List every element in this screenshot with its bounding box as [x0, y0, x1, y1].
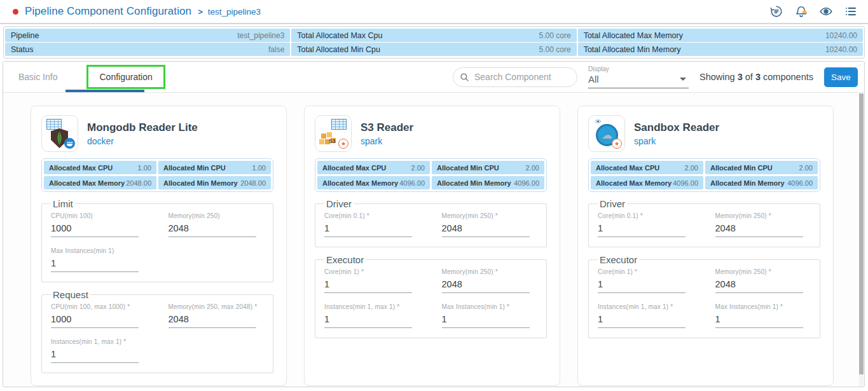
field-input[interactable]: [715, 221, 803, 237]
component-engine-link[interactable]: spark: [634, 136, 719, 146]
pipeline-summary-panel: Pipeline test_pipeline3 Total Allocated …: [3, 26, 865, 58]
docker-whale-icon: [64, 138, 75, 149]
summary-cell-value: 10240.00: [825, 31, 857, 40]
display-select-label: Display: [588, 65, 689, 72]
field-input[interactable]: [442, 221, 530, 237]
allocation-value: 1.00: [138, 164, 151, 172]
visibility-eye-icon[interactable]: [819, 4, 833, 18]
component-card: S3 ★ ☁ ★ S3 Reader: [304, 106, 560, 386]
vertical-scrollbar[interactable]: [859, 93, 864, 386]
config-field: Core(min 0.1) *: [324, 212, 420, 237]
field-label: Core(min 0.1) *: [598, 212, 694, 219]
toolbar: Basic Info Configuration Display All: [3, 62, 864, 93]
summary-cell-value: 10240.00: [825, 45, 857, 54]
allocation-value: 2.00: [799, 164, 813, 172]
page-title: Pipeline Component Configuration: [25, 5, 191, 18]
search-component-input[interactable]: [453, 67, 577, 87]
field-label: Instances(min 1, max 1) *: [51, 338, 147, 345]
allocation-value: 4096.00: [399, 179, 425, 187]
menu-list-icon[interactable]: [844, 4, 858, 18]
showing-mid: of: [745, 72, 753, 82]
config-sections: Driver Core(min 0.1) *: [588, 198, 820, 338]
summary-row: Status false Total Allocated Min Cpu 5.0…: [5, 43, 863, 56]
field-label: Memory(min 250) *: [715, 268, 811, 275]
field-input[interactable]: [598, 221, 685, 237]
field-input[interactable]: [51, 256, 139, 272]
field-input[interactable]: [169, 312, 256, 328]
allocation-cell: Allocated Max Memory 4096.00: [317, 176, 430, 189]
component-icon: S3 ★ ☁ ★: [315, 115, 352, 152]
save-button[interactable]: Save: [824, 67, 858, 87]
summary-cell-label: Total Allocated Min Memory: [584, 45, 681, 54]
field-input[interactable]: [324, 312, 412, 328]
allocation-label: Allocated Min CPU: [710, 164, 773, 172]
field-input[interactable]: [51, 312, 139, 328]
field-input[interactable]: [51, 221, 139, 237]
config-field: Memory(min 250) *: [442, 268, 538, 293]
star-badge-icon: ★: [338, 139, 348, 149]
allocation-cell: Allocated Min Memory 2048.00: [158, 176, 271, 189]
field-label: CPU(min 100): [51, 212, 147, 219]
config-field: CPU(min 100, max 1000) *: [51, 303, 147, 328]
config-field: Max Instances(min 1): [51, 247, 147, 272]
field-input[interactable]: [324, 277, 412, 293]
allocation-cell: Allocated Min CPU 1.00: [158, 161, 271, 174]
field-input[interactable]: [442, 277, 530, 293]
field-input[interactable]: [324, 221, 412, 237]
active-tab-underline: [65, 90, 144, 92]
scrollbar-thumb[interactable]: [859, 93, 864, 374]
component-card-header: S3 ★ ☁ ★ Sandbox Reader: [588, 115, 820, 152]
display-select[interactable]: Display All: [588, 65, 689, 88]
history-icon[interactable]: [769, 4, 783, 18]
component-card: S3 ★ ☁ ★ Sandbox Reader: [577, 106, 834, 386]
allocation-label: Allocated Max Memory: [596, 179, 672, 187]
summary-cell-label: Pipeline: [11, 31, 39, 40]
fields-grid: CPU(min 100) Memory(min 250): [51, 209, 264, 272]
field-input[interactable]: [715, 277, 803, 293]
header-icons: [769, 4, 858, 18]
field-label: Max Instances(min 1): [51, 247, 147, 254]
field-input[interactable]: [715, 312, 803, 328]
showing-suffix: components: [763, 72, 813, 82]
config-section-title: Request: [51, 289, 90, 300]
components-list: S3 ★ ☁ ★ Mongodb Reader Lite: [3, 93, 864, 386]
table-grid-icon: [46, 119, 62, 130]
tab-basic-info[interactable]: Basic Info: [3, 72, 72, 82]
component-card-header: S3 ★ ☁ ★ S3 Reader: [315, 115, 547, 152]
breadcrumb-pipeline-name[interactable]: test_pipeline3: [208, 7, 261, 17]
notifications-bell-icon[interactable]: [794, 4, 808, 18]
star-badge-icon: ★: [612, 139, 622, 149]
summary-cell-value: test_pipeline3: [237, 31, 284, 40]
allocation-table: Allocated Max CPU 2.00 Allocated Min CPU…: [315, 158, 547, 192]
allocation-value: 2048.00: [240, 179, 266, 187]
field-label: Core(min 1) *: [598, 268, 694, 275]
field-input[interactable]: [598, 312, 685, 328]
component-engine-link[interactable]: docker: [87, 136, 198, 146]
summary-cell-label: Total Allocated Max Cpu: [297, 31, 382, 40]
tab-configuration[interactable]: Configuration: [86, 65, 165, 89]
component-engine-link[interactable]: spark: [361, 136, 413, 146]
component-titles: S3 Reader spark: [361, 121, 413, 146]
summary-cell-label: Total Allocated Min Cpu: [297, 45, 380, 54]
allocation-value: 2.00: [685, 164, 698, 172]
field-input[interactable]: [169, 221, 256, 237]
field-input[interactable]: [442, 312, 530, 328]
component-icon: S3 ★ ☁ ★: [588, 115, 625, 152]
config-field: Memory(min 250): [169, 212, 265, 237]
breadcrumb-separator: >: [198, 7, 203, 17]
toolbar-right: Display All Showing 3 of 3 components Sa…: [453, 65, 858, 88]
field-input[interactable]: [598, 277, 685, 293]
field-label: Instances(min 1, max 1) *: [598, 303, 694, 310]
allocation-value: 4096.00: [673, 179, 698, 187]
field-input[interactable]: [51, 347, 139, 363]
allocation-label: Allocated Min Memory: [437, 179, 511, 187]
allocation-cell: Allocated Max Memory 2048.00: [44, 176, 156, 189]
app-header: Pipeline Component Configuration > test_…: [0, 0, 868, 24]
field-label: Memory(min 250) *: [442, 212, 538, 219]
allocation-label: Allocated Max CPU: [49, 164, 113, 172]
config-section: Executor Core(min 1) *: [315, 254, 547, 338]
summary-cell: Status false: [5, 43, 290, 56]
summary-cell-label: Status: [11, 45, 33, 54]
component-titles: Sandbox Reader spark: [634, 121, 719, 146]
config-field: Max Instances(min 1) *: [715, 303, 811, 328]
